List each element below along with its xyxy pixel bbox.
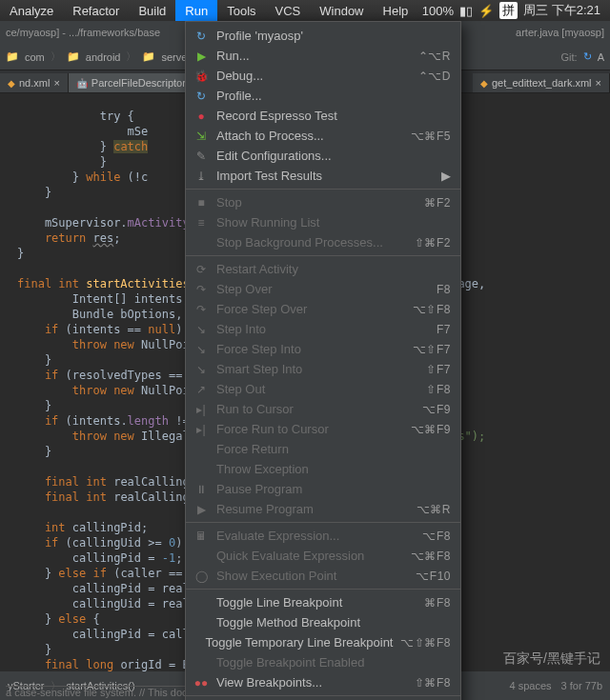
crumb-android[interactable]: android	[86, 51, 121, 63]
shortcut-label: ⌘F2	[424, 196, 451, 210]
menu-label: Resume Program	[216, 502, 409, 516]
menu-icon: ●●	[193, 676, 209, 690]
menu-item-smart-step-into: ↘Smart Step Into⇧F7	[186, 359, 460, 379]
folder-icon: 📁	[6, 50, 19, 63]
menu-item-toggle-line-breakpoint[interactable]: Toggle Line Breakpoint⌘F8	[186, 592, 460, 612]
macos-menubar: Analyze Refactor Build Run Tools VCS Win…	[0, 0, 610, 21]
shortcut-label: ⌥⌘R	[417, 503, 451, 516]
tab-xml-left[interactable]: ◆nd.xml×	[0, 73, 69, 92]
menu-label: Stop Background Processes...	[216, 235, 407, 250]
shortcut-label: ⌃⌥D	[418, 70, 451, 83]
menu-item-debug[interactable]: 🐞Debug...⌃⌥D	[186, 66, 460, 86]
menu-icon: ⤓	[193, 170, 209, 183]
shortcut-label: ⇧⌘F2	[415, 236, 451, 250]
shortcut-label: ⌥⌘F8	[411, 550, 451, 563]
menu-label: Throw Exception	[216, 462, 451, 476]
crumb-com[interactable]: com	[25, 51, 45, 63]
shortcut-label: ⌥⇧F8	[413, 303, 451, 316]
menu-item-run[interactable]: ▶Run...⌃⌥R	[186, 46, 460, 66]
shortcut-label: ⌥⌘F9	[411, 423, 451, 436]
shortcut-label: ⌥F9	[422, 403, 451, 416]
menu-item-toggle-temporary-line-breakpoint[interactable]: Toggle Temporary Line Breakpoint⌥⇧⌘F8	[186, 632, 460, 652]
menu-icon: ↘	[193, 323, 209, 336]
menu-item-run-to-cursor: ▸|Run to Cursor⌥F9	[186, 399, 460, 419]
menu-item-stop: ■Stop⌘F2	[186, 192, 460, 212]
android-icon: 🤖	[76, 78, 88, 89]
menu-item-evaluate-expression: 🖩Evaluate Expression...⌥F8	[186, 526, 460, 546]
clock: 周三 下午2:21	[523, 2, 600, 19]
tab-xml-right[interactable]: ◆get_edittext_dark.xml×	[473, 73, 610, 92]
menu-icon: ▸|	[193, 403, 209, 416]
menu-item-view-breakpoints[interactable]: ●●View Breakpoints...⇧⌘F8	[186, 672, 460, 692]
menu-refactor[interactable]: Refactor	[63, 0, 129, 21]
menu-label: Profile...	[216, 89, 451, 103]
run-menu-dropdown: ↻Profile 'myaosp'▶Run...⌃⌥R🐞Debug...⌃⌥D↻…	[185, 21, 461, 700]
shortcut-label: ⌥⇧F7	[413, 343, 451, 356]
menu-item-edit-configurations[interactable]: ✎Edit Configurations...	[186, 146, 460, 166]
menu-item-toggle-method-breakpoint[interactable]: Toggle Method Breakpoint	[186, 612, 460, 632]
menu-icon: ↷	[193, 303, 209, 316]
menu-item-attach-to-process[interactable]: ⇲Attach to Process...⌥⌘F5	[186, 126, 460, 146]
menu-label: Step Out	[216, 382, 418, 396]
shortcut-label: F8	[437, 283, 451, 296]
shortcut-label: ⌥⇧⌘F8	[400, 636, 451, 650]
menu-label: Stop	[216, 195, 417, 210]
menu-analyze[interactable]: Analyze	[0, 0, 63, 21]
charging-icon: ⚡	[478, 4, 494, 18]
menu-label: Record Espresso Test	[216, 109, 451, 123]
menu-label: Force Step Into	[216, 342, 405, 356]
window-title-right: arter.java [myaosp]	[516, 27, 610, 38]
menu-item-restart-activity: ⟳Restart Activity	[186, 259, 460, 279]
more-icon[interactable]: A	[598, 51, 604, 63]
shortcut-label: F7	[437, 323, 451, 336]
shortcut-label: ⌘F8	[424, 596, 451, 610]
close-icon[interactable]: ×	[596, 77, 601, 89]
sync-icon[interactable]: ↻	[583, 50, 592, 63]
menu-vcs[interactable]: VCS	[266, 0, 311, 21]
menu-label: Toggle Breakpoint Enabled	[216, 655, 451, 670]
menu-label: Force Run to Cursor	[216, 422, 403, 436]
menu-run[interactable]: Run	[175, 0, 217, 21]
menu-icon: ↗	[193, 383, 209, 396]
close-icon[interactable]: ×	[53, 77, 59, 89]
menu-label: Run...	[216, 49, 411, 63]
menu-icon: ✎	[193, 150, 209, 163]
menu-icon: 🐞	[193, 70, 209, 83]
menu-label: Force Return	[216, 442, 451, 456]
folder-icon: 📁	[142, 50, 155, 63]
menu-icon: ↷	[193, 283, 209, 296]
menu-label: Toggle Temporary Line Breakpoint	[205, 635, 393, 650]
menu-icon: 🖩	[193, 530, 209, 543]
menu-item-profile[interactable]: ↻Profile...	[186, 86, 460, 106]
menu-item-profile-myaosp[interactable]: ↻Profile 'myaosp'	[186, 26, 460, 46]
menu-label: Evaluate Expression...	[216, 529, 415, 543]
menu-item-quick-evaluate-expression: Quick Evaluate Expression⌥⌘F8	[186, 546, 460, 566]
shortcut-label: ⌥⌘F5	[411, 130, 451, 143]
menu-label: Pause Program	[216, 482, 451, 496]
menu-icon: ↻	[193, 90, 209, 103]
menu-item-import-test-results[interactable]: ⤓Import Test Results▶	[186, 166, 460, 186]
menu-label: Edit Configurations...	[216, 149, 451, 163]
menu-build[interactable]: Build	[129, 0, 175, 21]
input-method-icon[interactable]: 拼	[499, 2, 518, 19]
menu-tools[interactable]: Tools	[217, 0, 265, 21]
menu-item-record-espresso-test[interactable]: ●Record Espresso Test	[186, 106, 460, 126]
menu-label: Show Execution Point	[216, 569, 408, 583]
menu-item-toggle-breakpoint-enabled: Toggle Breakpoint Enabled	[186, 652, 460, 672]
menu-label: Restart Activity	[216, 262, 451, 276]
menu-item-force-run-to-cursor: ▸|Force Run to Cursor⌥⌘F9	[186, 419, 460, 439]
battery-percent: 100%	[422, 4, 454, 18]
menu-item-resume-program: ▶Resume Program⌥⌘R	[186, 499, 460, 519]
menu-item-step-out: ↗Step Out⇧F8	[186, 379, 460, 399]
menu-window[interactable]: Window	[310, 0, 373, 21]
xml-icon: ◆	[8, 78, 15, 89]
menu-help[interactable]: Help	[374, 0, 418, 21]
menu-icon: ▶	[193, 503, 209, 516]
menu-label: Import Test Results	[216, 169, 434, 183]
menu-label: Force Step Over	[216, 302, 405, 316]
status-spaces: 4 spaces	[510, 680, 552, 691]
shortcut-label: ⇧⌘F8	[415, 676, 451, 690]
menu-item-pause-program: ⏸Pause Program	[186, 479, 460, 499]
menu-label: Debug...	[216, 69, 411, 83]
git-label: Git:	[561, 51, 578, 63]
